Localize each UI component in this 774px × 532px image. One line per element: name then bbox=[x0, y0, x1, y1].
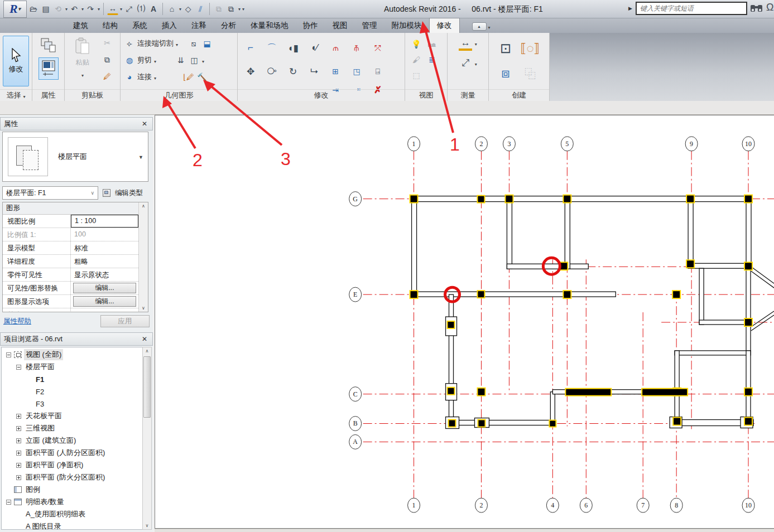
grid-bubble-E[interactable]: E bbox=[349, 287, 362, 302]
measure-icon[interactable]: ↔ bbox=[107, 3, 118, 15]
grid-bubble-5[interactable]: 5 bbox=[561, 137, 573, 151]
project-browser-header[interactable]: 项目浏览器 - 06.rvt ✕ bbox=[0, 332, 153, 346]
switch-caret-icon[interactable]: ▾ bbox=[238, 7, 241, 12]
expand-minus-icon[interactable] bbox=[16, 365, 21, 370]
expand-minus-icon[interactable] bbox=[6, 352, 11, 357]
switch-windows-icon[interactable]: ⧉ bbox=[225, 3, 237, 15]
move-icon[interactable]: ✥ bbox=[244, 65, 257, 78]
properties-header[interactable]: 属性 ✕ bbox=[0, 117, 153, 130]
property-row[interactable]: 零件可见性显示原状态 bbox=[3, 268, 138, 282]
tree-item-A 图纸目录[interactable]: A 图纸目录 bbox=[2, 520, 142, 530]
panel-label-select[interactable]: 选择 bbox=[0, 89, 32, 101]
type-properties-icon[interactable] bbox=[39, 57, 59, 80]
text-icon[interactable]: A bbox=[148, 3, 159, 15]
tree-item-F2[interactable]: F2 bbox=[2, 385, 142, 398]
edit-type-button[interactable]: 编辑类型 bbox=[100, 186, 145, 200]
grid-bubble-C[interactable]: C bbox=[349, 387, 362, 402]
tree-item-面积平面 (净面积)[interactable]: 面积平面 (净面积) bbox=[2, 459, 142, 471]
rotate-icon[interactable]: ↻ bbox=[286, 65, 300, 78]
tree-item-面积平面 (防火分区面积)[interactable]: 面积平面 (防火分区面积) bbox=[2, 471, 142, 483]
tree-item-立面 (建筑立面)[interactable]: 立面 (建筑立面) bbox=[2, 434, 142, 447]
save-icon[interactable]: ▤ bbox=[40, 3, 51, 15]
view-caret-icon[interactable]: ▾ bbox=[179, 7, 181, 12]
expand-plus-icon[interactable] bbox=[16, 414, 21, 419]
expand-minus-icon[interactable] bbox=[6, 500, 11, 505]
tree-item-图例[interactable]: 图例 bbox=[2, 483, 142, 496]
property-value[interactable]: 粗略 bbox=[71, 255, 138, 268]
unjoin-hammer-icon[interactable]: 🔨 bbox=[196, 71, 208, 83]
grid-bubble-B[interactable]: B bbox=[349, 417, 362, 431]
cut-geometry-button[interactable]: ◍ 剪切 ⇊ ◫ bbox=[124, 52, 234, 69]
revit-logo[interactable]: R▾ bbox=[3, 1, 27, 18]
measure-tool-button[interactable]: ↔ bbox=[459, 37, 477, 51]
grid-bubble-6[interactable]: 6 bbox=[580, 498, 592, 512]
tab-协作[interactable]: 协作 bbox=[296, 18, 325, 33]
tab-注释[interactable]: 注释 bbox=[184, 18, 214, 33]
property-value[interactable]: 标准 bbox=[71, 241, 138, 254]
create-group-icon[interactable]: ⟦◌⟧ bbox=[520, 38, 540, 59]
property-value[interactable]: 无 bbox=[71, 308, 138, 312]
sync-icon[interactable]: ⟲ bbox=[52, 3, 64, 15]
grid-bubble-10[interactable]: 10 bbox=[742, 137, 754, 151]
grid-bubble-3[interactable]: 3 bbox=[503, 137, 515, 151]
properties-help-link[interactable]: 属性帮助 bbox=[3, 317, 31, 326]
browser-scrollbar[interactable]: ∧ ∨ bbox=[142, 347, 152, 530]
property-row[interactable]: 图形显示选项编辑... bbox=[3, 295, 138, 308]
cut-icon[interactable]: ✂ bbox=[102, 37, 113, 49]
edit-button[interactable]: 编辑... bbox=[73, 283, 136, 293]
customize-qat-icon[interactable]: ▾ bbox=[242, 7, 244, 12]
drawing-area[interactable]: 112234567891010GECBA bbox=[155, 115, 774, 529]
thin-lines-icon[interactable]: ⫽ bbox=[195, 3, 206, 15]
expand-plus-icon[interactable] bbox=[16, 438, 21, 443]
tree-item-F3[interactable]: F3 bbox=[2, 398, 142, 410]
measure-caret-icon[interactable]: ▾ bbox=[120, 7, 122, 12]
create-parts-icon[interactable]: ⧈ bbox=[496, 63, 516, 83]
grid-bubble-2[interactable]: 2 bbox=[475, 498, 487, 512]
tag-icon[interactable]: ⑴ bbox=[136, 3, 147, 15]
expand-plus-icon[interactable] bbox=[16, 426, 21, 431]
unpin-icon[interactable]: ⤱ bbox=[372, 42, 383, 54]
search-binoculars-icon[interactable] bbox=[749, 2, 764, 15]
tree-item-视图 (全部)[interactable]: 视图 (全部) bbox=[2, 349, 142, 361]
render-group-icon[interactable]: 🏘 bbox=[426, 38, 438, 50]
property-row[interactable]: 基线无 bbox=[3, 308, 138, 312]
redo-icon[interactable]: ↷ bbox=[85, 3, 96, 15]
array-icon[interactable]: ⊞ bbox=[330, 66, 341, 77]
paint-box-icon[interactable]: ⬓ bbox=[201, 38, 213, 49]
tab-体量和场地[interactable]: 体量和场地 bbox=[243, 18, 296, 33]
tree-item-面积平面 (人防分区面积)[interactable]: 面积平面 (人防分区面积) bbox=[2, 447, 142, 459]
tab-管理[interactable]: 管理 bbox=[355, 18, 384, 33]
dimension-button[interactable]: ⤢ bbox=[459, 56, 477, 70]
align-icon[interactable]: ⌐ bbox=[244, 41, 257, 55]
tab-修改[interactable]: 修改 bbox=[429, 18, 460, 33]
minimize-ribbon-caret-icon[interactable] bbox=[488, 21, 491, 31]
modify-tool-button[interactable]: 修改 bbox=[3, 36, 29, 86]
property-row[interactable]: 详细程度粗略 bbox=[3, 255, 138, 268]
sync-caret-icon[interactable]: ▾ bbox=[65, 7, 68, 12]
grid-bubble-1[interactable]: 1 bbox=[408, 498, 420, 512]
tab-插入[interactable]: 插入 bbox=[155, 18, 184, 33]
grid-bubble-A[interactable]: A bbox=[349, 434, 362, 449]
paste-button[interactable]: 粘贴 bbox=[70, 37, 95, 79]
property-value[interactable]: 100 bbox=[71, 228, 138, 241]
close-icon[interactable]: ✕ bbox=[140, 335, 149, 343]
grid-bubble-8[interactable]: 8 bbox=[670, 498, 682, 512]
tab-视图[interactable]: 视图 bbox=[325, 18, 355, 33]
pin-icon[interactable]: ⍈ bbox=[372, 66, 383, 77]
property-row[interactable]: 视图比例1 : 100 bbox=[3, 215, 138, 228]
lightbulb-icon[interactable]: 💡 bbox=[411, 38, 422, 50]
properties-palette-icon[interactable] bbox=[39, 36, 58, 55]
scroll-up-icon[interactable]: ∧ bbox=[146, 349, 149, 354]
group-header-graphics[interactable]: 图形 ∧ bbox=[3, 202, 148, 215]
cutaway-icon[interactable]: ≣ bbox=[426, 54, 438, 65]
edit-button[interactable]: 编辑... bbox=[73, 296, 136, 307]
expand-plus-icon[interactable] bbox=[16, 463, 21, 468]
tree-item-明细表/数量[interactable]: 明细表/数量 bbox=[2, 496, 142, 508]
account-icon[interactable]: Ω bbox=[766, 2, 774, 15]
tab-分析[interactable]: 分析 bbox=[214, 18, 243, 33]
scroll-down-icon[interactable]: ∨ bbox=[146, 523, 149, 528]
grid-bubble-7[interactable]: 7 bbox=[637, 498, 649, 512]
copy-element-icon[interactable]: ⧂ bbox=[265, 65, 278, 78]
wall-joins-icon[interactable]: ⌊🖉 bbox=[183, 71, 194, 83]
tab-系统[interactable]: 系统 bbox=[125, 18, 155, 33]
